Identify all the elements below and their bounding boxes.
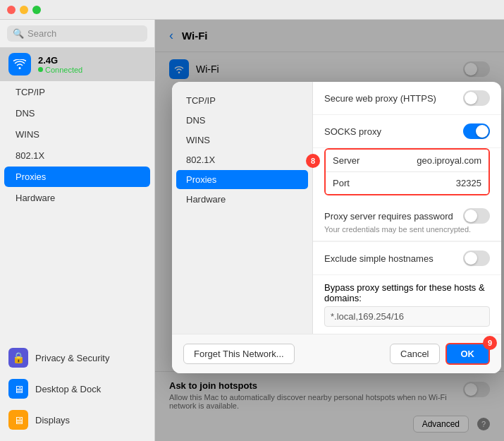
server-field-value[interactable]: geo.iproyal.com — [417, 155, 481, 166]
port-row: Port 32325 — [326, 172, 488, 194]
network-name: 2.4G — [38, 55, 82, 66]
modal-overlay: TCP/IP DNS WINS 802.1X Proxies Hardware … — [155, 20, 504, 441]
modal-right-content: Secure web proxy (HTTPS) SOCKS proxy 8 — [313, 82, 501, 334]
wifi-network-icon — [8, 53, 31, 75]
desktop-label: Desktop & Dock — [35, 384, 101, 394]
modal-nav-dns[interactable]: DNS — [176, 111, 308, 130]
minimize-button[interactable] — [20, 6, 28, 14]
server-port-box: Server geo.iproyal.com Port 32325 — [324, 148, 490, 195]
desktop-icon: 🖥 — [8, 379, 28, 399]
sidebar-item-proxies[interactable]: Proxies — [4, 167, 150, 187]
bypass-section: Bypass proxy settings for these hosts & … — [313, 275, 501, 334]
cancel-button[interactable]: Cancel — [390, 344, 439, 364]
titlebar — [0, 0, 504, 20]
network-item[interactable]: 2.4G Connected — [0, 47, 154, 81]
step-8-badge: 8 — [306, 154, 320, 168]
search-bar[interactable]: 🔍 Search — [7, 25, 147, 42]
modal-nav-wins[interactable]: WINS — [176, 131, 308, 150]
main-content: ‹ Wi-Fi Wi-Fi Ask to join hotspots — [155, 20, 504, 441]
sidebar-item-privacy[interactable]: 🔒 Privacy & Security — [0, 342, 154, 373]
socks-label: SOCKS proxy — [324, 126, 463, 137]
password-row: Proxy server requires password Your cred… — [313, 201, 501, 241]
step-9-badge: 9 — [483, 336, 497, 350]
search-icon: 🔍 — [13, 28, 24, 39]
port-field-value[interactable]: 32325 — [456, 178, 481, 188]
password-toggle[interactable] — [463, 208, 490, 224]
secure-web-toggle[interactable] — [463, 90, 490, 106]
modal-inner: TCP/IP DNS WINS 802.1X Proxies Hardware … — [172, 82, 501, 334]
exclude-toggle[interactable] — [463, 250, 490, 266]
displays-label: Displays — [35, 415, 70, 425]
secure-web-proxy-row: Secure web proxy (HTTPS) — [313, 82, 501, 115]
status-dot — [38, 67, 43, 72]
exclude-row: Exclude simple hostnames — [313, 241, 501, 275]
bypass-label: Bypass proxy settings for these hosts & … — [324, 282, 490, 303]
modal-left-nav: TCP/IP DNS WINS 802.1X Proxies Hardware — [172, 82, 313, 334]
bypass-value[interactable]: *.local,169.254/16 — [324, 306, 490, 327]
forget-network-button[interactable]: Forget This Network... — [183, 344, 295, 364]
privacy-label: Privacy & Security — [35, 353, 109, 363]
displays-icon: 🖥 — [8, 410, 28, 430]
network-status: Connected — [38, 66, 82, 74]
sidebar: 🔍 Search 2.4G Connected — [0, 20, 155, 441]
password-label: Proxy server requires password — [324, 211, 463, 222]
password-sublabel: Your credentials may be sent unencrypted… — [324, 225, 471, 234]
socks-proxy-row: SOCKS proxy — [313, 115, 501, 148]
sidebar-item-tcpip[interactable]: TCP/IP — [4, 82, 150, 102]
modal-nav-tcpip[interactable]: TCP/IP — [176, 91, 308, 110]
socks-toggle[interactable] — [463, 123, 490, 139]
sidebar-item-hardware[interactable]: Hardware — [4, 188, 150, 208]
close-button[interactable] — [7, 6, 16, 14]
sidebar-item-dns[interactable]: DNS — [4, 103, 150, 123]
sidebar-item-8021x[interactable]: 802.1X — [4, 145, 150, 166]
exclude-label: Exclude simple hostnames — [324, 253, 463, 264]
sidebar-item-displays[interactable]: 🖥 Displays — [0, 404, 154, 435]
secure-web-label: Secure web proxy (HTTPS) — [324, 93, 463, 104]
proxy-modal: TCP/IP DNS WINS 802.1X Proxies Hardware … — [172, 82, 501, 373]
sidebar-bottom: 🔒 Privacy & Security 🖥 Desktop & Dock 🖥 … — [0, 337, 154, 441]
server-field-label: Server — [333, 155, 375, 166]
network-status-label: Connected — [45, 66, 82, 74]
modal-nav-8021x[interactable]: 802.1X — [176, 150, 308, 169]
modal-footer: Forget This Network... Cancel 9 OK — [172, 334, 501, 373]
network-info: 2.4G Connected — [38, 55, 82, 74]
sidebar-item-wins[interactable]: WINS — [4, 124, 150, 145]
modal-nav-hardware[interactable]: Hardware — [176, 190, 308, 209]
server-row: Server geo.iproyal.com — [326, 150, 488, 172]
nav-list: TCP/IP DNS WINS 802.1X Proxies Hardware — [0, 81, 154, 209]
maximize-button[interactable] — [32, 6, 41, 14]
app-window: 🔍 Search 2.4G Connected — [0, 20, 504, 441]
search-placeholder: Search — [27, 28, 56, 39]
port-field-label: Port — [333, 178, 375, 188]
sidebar-item-desktop[interactable]: 🖥 Desktop & Dock — [0, 373, 154, 404]
privacy-icon: 🔒 — [8, 348, 28, 368]
modal-nav-proxies[interactable]: Proxies — [176, 170, 308, 189]
